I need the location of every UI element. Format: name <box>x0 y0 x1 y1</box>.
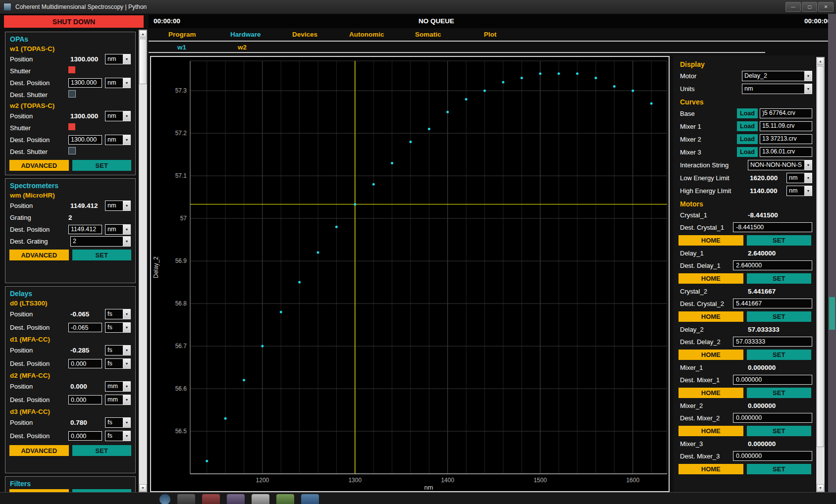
right-panel-scrollbar-thumb[interactable] <box>817 66 824 447</box>
w2-dest-shutter-checkbox[interactable] <box>68 147 76 154</box>
d1-dest-position-input[interactable] <box>68 359 102 368</box>
d2-dest-units-select[interactable]: mm▼ <box>105 395 131 405</box>
d2-units-select[interactable]: mm▼ <box>105 381 131 392</box>
mixer1-load-button[interactable]: Load <box>737 121 758 131</box>
right-panel-scrollbar[interactable]: ▲ ▼ <box>816 57 825 492</box>
chevron-down-icon[interactable]: ▼ <box>804 71 812 81</box>
mixer1-curve-file[interactable]: 15.11.09.crv <box>760 121 812 131</box>
start-orb-icon[interactable] <box>159 494 170 504</box>
d0-dest-position-input[interactable] <box>68 323 102 332</box>
scroll-down-icon[interactable]: ▼ <box>817 484 824 492</box>
wm-dest-position-input[interactable] <box>68 225 102 234</box>
motor-0-set-button[interactable]: SET <box>747 235 812 246</box>
high-energy-units-select[interactable]: nm▼ <box>786 186 812 196</box>
taskbar-icon[interactable] <box>252 494 269 504</box>
opas-advanced-button[interactable]: ADVANCED <box>9 160 69 171</box>
d2-dest-position-input[interactable] <box>68 395 102 404</box>
chevron-down-icon[interactable]: ▼ <box>123 111 130 121</box>
wm-dest-grating-select[interactable]: 2▼ <box>70 236 131 247</box>
maximize-button[interactable]: ▢ <box>802 2 817 12</box>
mixer3-curve-file[interactable]: 13.06.01.crv <box>760 147 812 157</box>
window-edge-scrollbar[interactable] <box>828 14 836 492</box>
sidebar-scrollbar-thumb[interactable] <box>139 39 147 84</box>
d3-units-select[interactable]: fs▼ <box>105 417 131 428</box>
chevron-down-icon[interactable]: ▼ <box>123 135 130 145</box>
wm-units-select[interactable]: nm▼ <box>105 201 131 211</box>
d0-units-select[interactable]: fs▼ <box>105 309 131 319</box>
motor-5-home-button[interactable]: HOME <box>679 426 743 436</box>
w1-units-select[interactable]: nm▼ <box>105 54 131 64</box>
motor-2-set-button[interactable]: SET <box>747 311 812 322</box>
tuning-curve-plot[interactable]: 1200130014001500160056.556.656.756.856.9… <box>150 56 670 492</box>
wm-dest-units-select[interactable]: nm▼ <box>105 224 131 235</box>
spectrometers-set-button[interactable]: SET <box>72 250 132 260</box>
mixer2-load-button[interactable]: Load <box>737 134 758 144</box>
chevron-down-icon[interactable]: ▼ <box>123 323 130 332</box>
spectrometers-advanced-button[interactable]: ADVANCED <box>9 250 69 260</box>
chevron-down-icon[interactable]: ▼ <box>804 186 812 196</box>
motor-2-home-button[interactable]: HOME <box>679 311 743 322</box>
base-curve-file[interactable]: )5 67764.crv <box>760 108 812 118</box>
w1-dest-position-input[interactable] <box>68 78 102 88</box>
chevron-down-icon[interactable]: ▼ <box>804 173 812 183</box>
chevron-down-icon[interactable]: ▼ <box>123 78 130 88</box>
motor-select[interactable]: Delay_2▼ <box>742 71 812 81</box>
interaction-string-select[interactable]: NON-NON-NON-S▼ <box>748 160 812 170</box>
tab-somatic[interactable]: Somatic <box>415 31 441 38</box>
chevron-down-icon[interactable]: ▼ <box>123 201 130 210</box>
base-load-button[interactable]: Load <box>737 108 758 118</box>
taskbar-icon[interactable] <box>177 494 195 504</box>
chevron-down-icon[interactable]: ▼ <box>123 431 130 441</box>
motor-3-dest-input[interactable] <box>733 337 812 347</box>
taskbar-icon[interactable] <box>301 494 319 504</box>
motor-1-home-button[interactable]: HOME <box>679 273 743 284</box>
mixer3-load-button[interactable]: Load <box>737 147 758 157</box>
tab-plot[interactable]: Plot <box>484 31 497 38</box>
motor-4-set-button[interactable]: SET <box>747 388 812 398</box>
low-energy-units-select[interactable]: nm▼ <box>786 173 812 183</box>
w2-units-select[interactable]: nm▼ <box>105 111 131 121</box>
motor-6-dest-input[interactable] <box>733 451 812 461</box>
chevron-down-icon[interactable]: ▼ <box>123 382 130 391</box>
chevron-down-icon[interactable]: ▼ <box>804 160 812 170</box>
w2-dest-units-select[interactable]: nm▼ <box>105 135 131 145</box>
subtab-w1[interactable]: w1 <box>177 44 186 51</box>
motor-5-set-button[interactable]: SET <box>747 426 812 436</box>
taskbar-icon[interactable] <box>227 494 245 504</box>
motor-6-set-button[interactable]: SET <box>747 464 812 474</box>
subtab-w2[interactable]: w2 <box>238 44 247 51</box>
scroll-down-icon[interactable]: ▼ <box>139 484 147 492</box>
taskbar-icon[interactable] <box>202 494 220 504</box>
chevron-down-icon[interactable]: ▼ <box>123 346 130 355</box>
motor-3-home-button[interactable]: HOME <box>679 350 743 360</box>
scroll-up-icon[interactable]: ▲ <box>139 30 147 38</box>
motor-4-home-button[interactable]: HOME <box>679 388 743 398</box>
chevron-down-icon[interactable]: ▼ <box>123 54 130 64</box>
sidebar-scrollbar[interactable]: ▲ ▼ <box>139 30 147 492</box>
motor-1-set-button[interactable]: SET <box>747 273 812 284</box>
motor-0-dest-input[interactable] <box>733 222 812 232</box>
chevron-down-icon[interactable]: ▼ <box>123 309 130 319</box>
chevron-down-icon[interactable]: ▼ <box>123 359 130 368</box>
delays-set-button[interactable]: SET <box>72 445 132 456</box>
window-edge-scrollbar-thumb[interactable] <box>829 297 835 330</box>
chevron-down-icon[interactable]: ▼ <box>123 395 130 404</box>
motor-4-dest-input[interactable] <box>733 375 812 385</box>
w2-dest-position-input[interactable] <box>68 135 102 145</box>
tab-devices[interactable]: Devices <box>292 31 317 38</box>
motor-6-home-button[interactable]: HOME <box>679 464 743 474</box>
scatter-plot-canvas[interactable]: 1200130014001500160056.556.656.756.856.9… <box>151 57 669 491</box>
d3-dest-position-input[interactable] <box>68 431 102 441</box>
delays-advanced-button[interactable]: ADVANCED <box>9 445 69 456</box>
scroll-up-icon[interactable]: ▲ <box>817 57 824 65</box>
chevron-down-icon[interactable]: ▼ <box>123 225 130 234</box>
motor-0-home-button[interactable]: HOME <box>679 235 743 246</box>
chevron-down-icon[interactable]: ▼ <box>804 84 812 94</box>
close-button[interactable]: ✕ <box>818 2 834 12</box>
d0-dest-units-select[interactable]: fs▼ <box>105 322 131 333</box>
d1-dest-units-select[interactable]: fs▼ <box>105 358 131 369</box>
chevron-down-icon[interactable]: ▼ <box>123 237 130 246</box>
motor-3-set-button[interactable]: SET <box>747 350 812 360</box>
shut-down-button[interactable]: SHUT DOWN <box>4 15 144 28</box>
windows-taskbar[interactable] <box>0 492 836 504</box>
